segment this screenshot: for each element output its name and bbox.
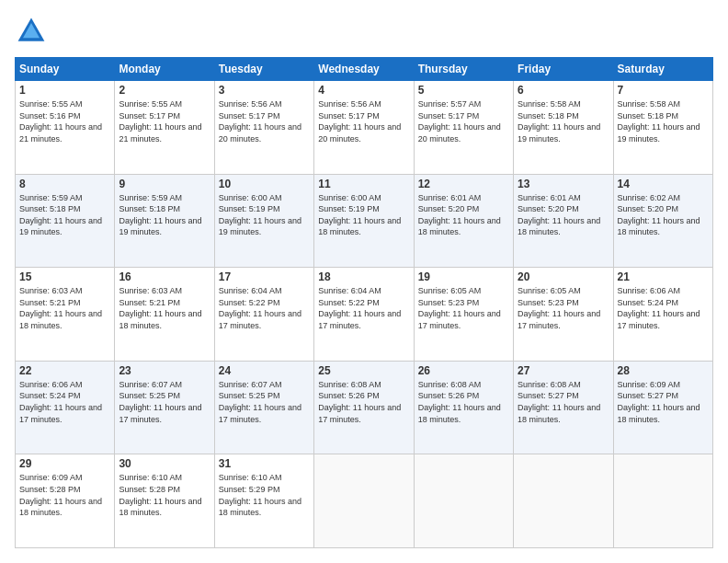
- day-info: Sunrise: 5:55 AMSunset: 5:17 PMDaylight:…: [119, 98, 210, 144]
- weekday-header-tuesday: Tuesday: [214, 58, 313, 81]
- day-info: Sunrise: 6:04 AMSunset: 5:22 PMDaylight:…: [318, 285, 409, 331]
- calendar-day-30: 30Sunrise: 6:10 AMSunset: 5:28 PMDayligh…: [115, 454, 214, 548]
- day-info: Sunrise: 5:56 AMSunset: 5:17 PMDaylight:…: [219, 98, 310, 144]
- day-info: Sunrise: 6:07 AMSunset: 5:25 PMDaylight:…: [119, 379, 210, 425]
- day-number: 2: [119, 84, 210, 97]
- day-number: 11: [318, 178, 409, 190]
- day-info: Sunrise: 6:03 AMSunset: 5:21 PMDaylight:…: [19, 285, 110, 331]
- calendar-day-19: 19Sunrise: 6:05 AMSunset: 5:23 PMDayligh…: [414, 268, 513, 362]
- day-number: 4: [318, 84, 409, 97]
- calendar-day-28: 28Sunrise: 6:09 AMSunset: 5:27 PMDayligh…: [613, 361, 712, 454]
- day-info: Sunrise: 6:01 AMSunset: 5:20 PMDaylight:…: [518, 192, 609, 238]
- day-info: Sunrise: 6:07 AMSunset: 5:25 PMDaylight:…: [219, 379, 310, 425]
- day-number: 24: [219, 364, 310, 377]
- header: [15, 15, 713, 48]
- day-info: Sunrise: 6:06 AMSunset: 5:24 PMDaylight:…: [618, 285, 709, 331]
- calendar-day-14: 14Sunrise: 6:02 AMSunset: 5:20 PMDayligh…: [613, 174, 712, 268]
- calendar-day-17: 17Sunrise: 6:04 AMSunset: 5:22 PMDayligh…: [214, 268, 313, 362]
- calendar-day-27: 27Sunrise: 6:08 AMSunset: 5:27 PMDayligh…: [514, 361, 613, 454]
- day-info: Sunrise: 5:59 AMSunset: 5:18 PMDaylight:…: [19, 192, 110, 238]
- calendar-day-25: 25Sunrise: 6:08 AMSunset: 5:26 PMDayligh…: [314, 361, 414, 454]
- day-info: Sunrise: 6:01 AMSunset: 5:20 PMDaylight:…: [418, 192, 509, 238]
- day-number: 5: [418, 84, 509, 97]
- day-info: Sunrise: 6:04 AMSunset: 5:22 PMDaylight:…: [219, 285, 310, 331]
- day-number: 12: [418, 178, 509, 190]
- calendar-day-10: 10Sunrise: 6:00 AMSunset: 5:19 PMDayligh…: [214, 174, 313, 268]
- weekday-header-thursday: Thursday: [414, 58, 513, 81]
- day-info: Sunrise: 6:00 AMSunset: 5:19 PMDaylight:…: [219, 192, 310, 238]
- day-number: 9: [119, 178, 210, 190]
- day-number: 13: [518, 178, 609, 190]
- calendar-week-row: 1Sunrise: 5:55 AMSunset: 5:16 PMDaylight…: [16, 81, 713, 175]
- calendar: SundayMondayTuesdayWednesdayThursdayFrid…: [15, 57, 713, 548]
- calendar-day-22: 22Sunrise: 6:06 AMSunset: 5:24 PMDayligh…: [16, 361, 115, 454]
- day-number: 19: [418, 270, 509, 283]
- logo-icon: [15, 15, 48, 48]
- calendar-day-24: 24Sunrise: 6:07 AMSunset: 5:25 PMDayligh…: [214, 361, 313, 454]
- calendar-day-2: 2Sunrise: 5:55 AMSunset: 5:17 PMDaylight…: [115, 81, 214, 175]
- calendar-day-12: 12Sunrise: 6:01 AMSunset: 5:20 PMDayligh…: [414, 174, 513, 268]
- day-info: Sunrise: 5:57 AMSunset: 5:17 PMDaylight:…: [418, 98, 509, 144]
- weekday-header-monday: Monday: [115, 58, 214, 81]
- day-number: 1: [19, 84, 110, 97]
- calendar-day-18: 18Sunrise: 6:04 AMSunset: 5:22 PMDayligh…: [314, 268, 414, 362]
- calendar-day-9: 9Sunrise: 5:59 AMSunset: 5:18 PMDaylight…: [115, 174, 214, 268]
- calendar-week-row: 29Sunrise: 6:09 AMSunset: 5:28 PMDayligh…: [16, 454, 713, 548]
- day-number: 18: [318, 270, 409, 283]
- calendar-empty: [314, 454, 414, 548]
- day-info: Sunrise: 6:10 AMSunset: 5:28 PMDaylight:…: [119, 472, 210, 518]
- day-number: 17: [219, 270, 310, 283]
- calendar-day-20: 20Sunrise: 6:05 AMSunset: 5:23 PMDayligh…: [514, 268, 613, 362]
- day-number: 16: [119, 270, 210, 283]
- day-number: 14: [618, 178, 709, 190]
- day-info: Sunrise: 5:58 AMSunset: 5:18 PMDaylight:…: [618, 98, 709, 144]
- day-number: 26: [418, 364, 509, 377]
- calendar-day-15: 15Sunrise: 6:03 AMSunset: 5:21 PMDayligh…: [16, 268, 115, 362]
- calendar-day-3: 3Sunrise: 5:56 AMSunset: 5:17 PMDaylight…: [214, 81, 313, 175]
- weekday-header-friday: Friday: [514, 58, 613, 81]
- day-info: Sunrise: 6:10 AMSunset: 5:29 PMDaylight:…: [219, 472, 310, 518]
- day-info: Sunrise: 6:05 AMSunset: 5:23 PMDaylight:…: [518, 285, 609, 331]
- day-number: 25: [318, 364, 409, 377]
- calendar-day-31: 31Sunrise: 6:10 AMSunset: 5:29 PMDayligh…: [214, 454, 313, 548]
- calendar-empty: [414, 454, 513, 548]
- day-number: 30: [119, 457, 210, 470]
- calendar-day-26: 26Sunrise: 6:08 AMSunset: 5:26 PMDayligh…: [414, 361, 513, 454]
- day-info: Sunrise: 5:58 AMSunset: 5:18 PMDaylight:…: [518, 98, 609, 144]
- day-info: Sunrise: 5:55 AMSunset: 5:16 PMDaylight:…: [19, 98, 110, 144]
- page: SundayMondayTuesdayWednesdayThursdayFrid…: [0, 0, 728, 563]
- calendar-week-row: 8Sunrise: 5:59 AMSunset: 5:18 PMDaylight…: [16, 174, 713, 268]
- calendar-empty: [613, 454, 712, 548]
- calendar-day-5: 5Sunrise: 5:57 AMSunset: 5:17 PMDaylight…: [414, 81, 513, 175]
- calendar-day-23: 23Sunrise: 6:07 AMSunset: 5:25 PMDayligh…: [115, 361, 214, 454]
- day-number: 8: [19, 178, 110, 190]
- day-info: Sunrise: 6:05 AMSunset: 5:23 PMDaylight:…: [418, 285, 509, 331]
- day-number: 29: [19, 457, 110, 470]
- day-number: 21: [618, 270, 709, 283]
- day-number: 27: [518, 364, 609, 377]
- calendar-day-29: 29Sunrise: 6:09 AMSunset: 5:28 PMDayligh…: [16, 454, 115, 548]
- day-info: Sunrise: 6:09 AMSunset: 5:27 PMDaylight:…: [618, 379, 709, 425]
- calendar-day-6: 6Sunrise: 5:58 AMSunset: 5:18 PMDaylight…: [514, 81, 613, 175]
- day-number: 6: [518, 84, 609, 97]
- calendar-week-row: 15Sunrise: 6:03 AMSunset: 5:21 PMDayligh…: [16, 268, 713, 362]
- calendar-day-16: 16Sunrise: 6:03 AMSunset: 5:21 PMDayligh…: [115, 268, 214, 362]
- day-number: 22: [19, 364, 110, 377]
- calendar-week-row: 22Sunrise: 6:06 AMSunset: 5:24 PMDayligh…: [16, 361, 713, 454]
- day-info: Sunrise: 6:02 AMSunset: 5:20 PMDaylight:…: [618, 192, 709, 238]
- logo: [15, 15, 53, 48]
- day-number: 23: [119, 364, 210, 377]
- day-info: Sunrise: 6:09 AMSunset: 5:28 PMDaylight:…: [19, 472, 110, 518]
- day-number: 3: [219, 84, 310, 97]
- day-info: Sunrise: 6:06 AMSunset: 5:24 PMDaylight:…: [19, 379, 110, 425]
- calendar-day-13: 13Sunrise: 6:01 AMSunset: 5:20 PMDayligh…: [514, 174, 613, 268]
- calendar-day-4: 4Sunrise: 5:56 AMSunset: 5:17 PMDaylight…: [314, 81, 414, 175]
- calendar-body: 1Sunrise: 5:55 AMSunset: 5:16 PMDaylight…: [16, 81, 713, 548]
- calendar-day-11: 11Sunrise: 6:00 AMSunset: 5:19 PMDayligh…: [314, 174, 414, 268]
- weekday-header-wednesday: Wednesday: [314, 58, 414, 81]
- calendar-header: SundayMondayTuesdayWednesdayThursdayFrid…: [16, 58, 713, 81]
- calendar-day-8: 8Sunrise: 5:59 AMSunset: 5:18 PMDaylight…: [16, 174, 115, 268]
- day-info: Sunrise: 5:56 AMSunset: 5:17 PMDaylight:…: [318, 98, 409, 144]
- day-info: Sunrise: 6:03 AMSunset: 5:21 PMDaylight:…: [119, 285, 210, 331]
- weekday-header-sunday: Sunday: [16, 58, 115, 81]
